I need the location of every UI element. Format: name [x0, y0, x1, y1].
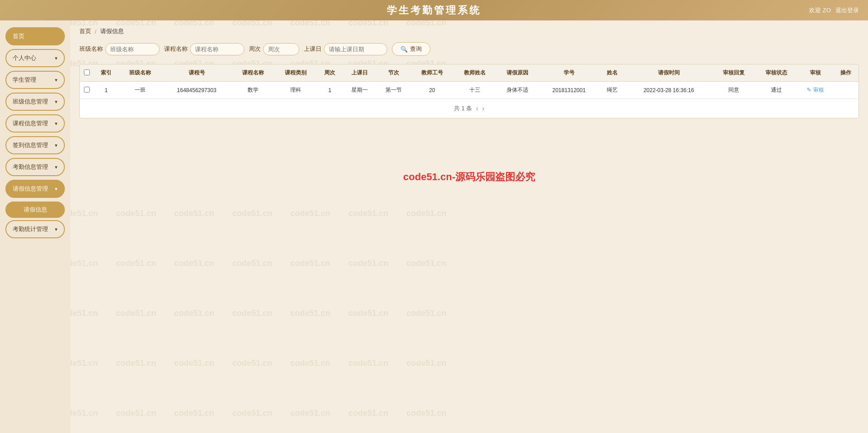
cell-course-name: 数学 — [232, 82, 274, 99]
cell-class-name: 一班 — [119, 82, 161, 99]
sidebar-item-class[interactable]: 班级信息管理 ▾ — [5, 93, 65, 111]
header-class-name: 班级名称 — [119, 64, 161, 82]
header-checkbox-col — [80, 64, 93, 82]
header-lesson-day: 上课日 — [342, 64, 376, 82]
sidebar-item-checkin[interactable]: 签到信息管理 ▾ — [5, 136, 65, 154]
cell-teacher-name: 十三 — [454, 82, 496, 99]
cell-week: 1 — [317, 82, 342, 99]
cell-student-no: 20181312001 — [539, 82, 600, 99]
pagination-prev[interactable]: ‹ — [476, 104, 478, 113]
pagination: 共 1 条 ‹ › — [80, 99, 858, 118]
cell-operation — [833, 82, 858, 99]
chevron-down-icon: ▾ — [55, 55, 58, 61]
chevron-down-icon: ▾ — [55, 186, 58, 192]
header-teacher-name: 教师姓名 — [454, 64, 496, 82]
search-icon: 🔍 — [400, 46, 408, 53]
sidebar-personal-label: 个人中心 — [13, 54, 36, 62]
week-label: 周次 — [249, 45, 261, 53]
sidebar-item-home[interactable]: 首页 — [5, 27, 65, 45]
cell-teacher-no: 20 — [411, 82, 454, 99]
sidebar-item-student[interactable]: 学生管理 ▾ — [5, 71, 65, 89]
sidebar-item-attendance[interactable]: 考勤信息管理 ▾ — [5, 158, 65, 176]
cell-review-action[interactable]: ✎ 审核 — [798, 82, 833, 99]
chevron-down-icon: ▾ — [55, 99, 58, 105]
sidebar-leave-label: 请假信息管理 — [13, 185, 48, 193]
breadcrumb-home[interactable]: 首页 — [79, 27, 91, 35]
class-search-field: 班级名称 — [79, 43, 160, 55]
sidebar-item-leave[interactable]: 请假信息管理 ▾ — [5, 180, 65, 198]
row-checkbox — [80, 82, 93, 99]
data-table-container: 索引 班级名称 课程号 课程名称 课程类别 周次 上课日 节次 教师工号 教师姓… — [79, 64, 859, 118]
header-teacher-no: 教师工号 — [411, 64, 454, 82]
header-review-status: 审核状态 — [755, 64, 798, 82]
pagination-total: 共 1 条 — [454, 104, 472, 113]
leave-table: 索引 班级名称 课程号 课程名称 课程类别 周次 上课日 节次 教师工号 教师姓… — [80, 64, 858, 99]
sidebar-item-stats[interactable]: 考勤统计管理 ▾ — [5, 220, 65, 238]
chevron-down-icon: ▾ — [55, 226, 58, 232]
table-row: 1 一班 1648456297303 数学 理科 1 星期一 第一节 20 十三… — [80, 82, 858, 99]
app-title: 学生考勤管理系统 — [387, 4, 481, 17]
header-action: 操作 — [833, 64, 858, 82]
main-content: 首页 / 请假信息 班级名称 课程名称 周次 上课日 🔍 — [70, 20, 868, 433]
week-search-field: 周次 — [249, 43, 299, 55]
welcome-text: 欢迎 ZO — [809, 6, 831, 15]
sidebar: 首页 个人中心 ▾ 学生管理 ▾ 班级信息管理 ▾ 课程信息管理 ▾ 签到信息管… — [0, 20, 70, 433]
course-input[interactable] — [190, 43, 244, 55]
breadcrumb-separator: / — [95, 28, 97, 35]
sidebar-leave-info-label: 请假信息 — [24, 206, 47, 213]
sidebar-item-personal[interactable]: 个人中心 ▾ — [5, 49, 65, 67]
class-input[interactable] — [105, 43, 160, 55]
sidebar-student-label: 学生管理 — [13, 76, 36, 84]
search-button[interactable]: 🔍 查询 — [392, 42, 430, 56]
lesson-date-search-field: 上课日 — [304, 43, 387, 55]
cell-index: 1 — [93, 82, 119, 99]
cell-lesson-no: 第一节 — [377, 82, 411, 99]
header-review: 审核 — [798, 64, 833, 82]
chevron-down-icon: ▾ — [55, 143, 58, 148]
select-all-checkbox[interactable] — [84, 69, 90, 75]
course-search-field: 课程名称 — [164, 43, 244, 55]
cell-review-reply: 同意 — [712, 82, 755, 99]
header-actions: 欢迎 ZO 退出登录 — [809, 6, 859, 15]
cell-course-type: 理科 — [274, 82, 317, 99]
sidebar-home-label: 首页 — [13, 32, 24, 40]
header-student-no: 学号 — [539, 64, 600, 82]
search-bar: 班级名称 课程名称 周次 上课日 🔍 查询 — [79, 42, 859, 56]
pagination-next[interactable]: › — [482, 104, 484, 113]
logout-button[interactable]: 退出登录 — [835, 6, 859, 15]
header-student-name: 姓名 — [600, 64, 625, 82]
header-course-type: 课程类别 — [274, 64, 317, 82]
table-header-row: 索引 班级名称 课程号 课程名称 课程类别 周次 上课日 节次 教师工号 教师姓… — [80, 64, 858, 82]
chevron-down-icon: ▾ — [55, 164, 58, 170]
row-select-checkbox[interactable] — [84, 87, 90, 93]
breadcrumb: 首页 / 请假信息 — [79, 27, 859, 35]
chevron-down-icon: ▾ — [55, 77, 58, 83]
header-leave-reason: 请假原因 — [496, 64, 539, 82]
sidebar-item-course[interactable]: 课程信息管理 ▾ — [5, 114, 65, 133]
cell-leave-reason: 身体不适 — [496, 82, 539, 99]
breadcrumb-current: 请假信息 — [100, 27, 124, 35]
main-layout: 首页 个人中心 ▾ 学生管理 ▾ 班级信息管理 ▾ 课程信息管理 ▾ 签到信息管… — [0, 20, 868, 433]
sidebar-attendance-label: 考勤信息管理 — [13, 163, 48, 171]
course-label: 课程名称 — [164, 45, 188, 53]
chevron-down-icon: ▾ — [55, 121, 58, 127]
sidebar-checkin-label: 签到信息管理 — [13, 141, 48, 149]
sidebar-stats-label: 考勤统计管理 — [13, 225, 48, 233]
header-lesson-no: 节次 — [377, 64, 411, 82]
search-button-label: 查询 — [410, 45, 422, 53]
header-course-name: 课程名称 — [232, 64, 274, 82]
header-index: 索引 — [93, 64, 119, 82]
header-review-reply: 审核回复 — [712, 64, 755, 82]
cell-review-status: 通过 — [755, 82, 798, 99]
sidebar-sub-leave-info[interactable]: 请假信息 — [5, 202, 65, 218]
week-input[interactable] — [263, 43, 299, 55]
cell-leave-time: 2022-03-28 16:36:16 — [625, 82, 712, 99]
header-week: 周次 — [317, 64, 342, 82]
lesson-date-input[interactable] — [324, 43, 387, 55]
header-course-no: 课程号 — [161, 64, 232, 82]
app-header: 学生考勤管理系统 欢迎 ZO 退出登录 — [0, 0, 868, 20]
cell-student-name: 绳艺 — [600, 82, 625, 99]
copyright-notice: code51.cn-源码乐园盗图必究 — [403, 170, 535, 184]
sidebar-class-label: 班级信息管理 — [13, 98, 48, 106]
review-link[interactable]: ✎ 审核 — [807, 87, 824, 93]
